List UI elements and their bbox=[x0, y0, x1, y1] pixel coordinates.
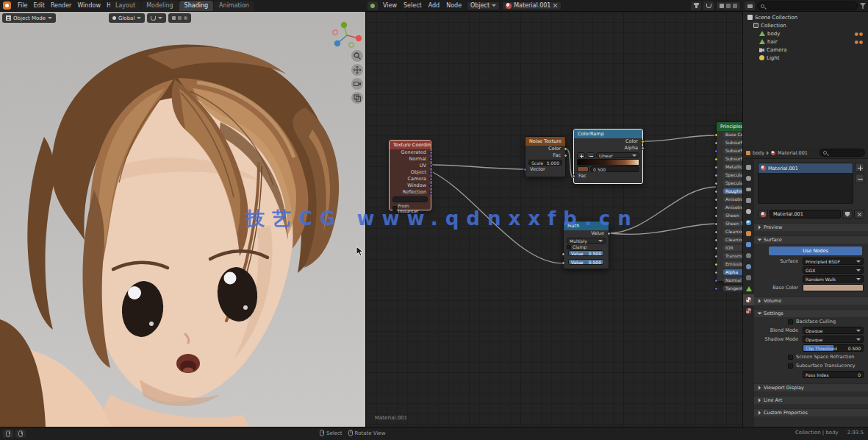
interpolation-dropdown[interactable]: Linear bbox=[596, 152, 639, 158]
panel-volume[interactable]: Volume bbox=[754, 297, 868, 305]
output-socket[interactable] bbox=[429, 157, 433, 161]
input-socket[interactable] bbox=[714, 190, 718, 194]
keymap-chip[interactable] bbox=[3, 430, 13, 438]
properties-tab-material[interactable] bbox=[743, 294, 754, 305]
node-principled-bsdf[interactable]: Principled BSDF Base Color Subsurface bbox=[716, 121, 742, 282]
overlays-toggle-group[interactable] bbox=[168, 13, 191, 23]
pass-index-field[interactable]: Pass Index 0 bbox=[803, 371, 864, 378]
properties-tab-scene[interactable] bbox=[743, 206, 754, 217]
shader-node-editor[interactable]: Texture Coordinate Generated Normal UV bbox=[365, 12, 742, 427]
input-socket[interactable] bbox=[714, 206, 718, 210]
zoom-button[interactable] bbox=[351, 50, 363, 62]
transform-orientation-dropdown[interactable]: Global bbox=[109, 13, 145, 23]
output-socket[interactable] bbox=[564, 147, 567, 151]
properties-tab-world[interactable] bbox=[743, 217, 754, 228]
panel-line-art[interactable]: Line Art bbox=[754, 396, 868, 404]
panel-surface[interactable]: Surface bbox=[754, 235, 868, 244]
topbar-menu-item[interactable]: Render bbox=[48, 1, 74, 10]
output-socket[interactable] bbox=[607, 232, 611, 235]
object-field[interactable] bbox=[392, 196, 428, 202]
pan-button[interactable] bbox=[351, 64, 363, 76]
input-socket[interactable] bbox=[714, 174, 718, 177]
input-field[interactable]: Anisotropic bbox=[723, 196, 742, 202]
remove-stop-button[interactable] bbox=[587, 152, 595, 158]
output-socket[interactable] bbox=[429, 151, 433, 155]
material-name-field[interactable]: Material.001 bbox=[770, 210, 841, 219]
properties-tab-object[interactable] bbox=[743, 228, 754, 239]
overlay-toggle-group[interactable] bbox=[716, 1, 741, 10]
checkbox[interactable] bbox=[788, 355, 793, 360]
input-field[interactable]: Alpha bbox=[723, 269, 742, 275]
pin-icon[interactable] bbox=[691, 1, 701, 10]
distribution-dropdown[interactable]: GGX bbox=[803, 266, 864, 274]
surface-shader-dropdown[interactable]: Principled BSDF bbox=[803, 258, 864, 265]
input-socket[interactable] bbox=[714, 166, 718, 169]
shader-type-dropdown[interactable]: Object bbox=[467, 1, 500, 10]
scale-field[interactable]: Scale 5.000 bbox=[528, 160, 562, 166]
properties-editor[interactable]: body Material.001 bbox=[743, 147, 868, 427]
material-slot-row[interactable]: Material.001 bbox=[758, 163, 853, 173]
shadow-mode-dropdown[interactable]: Opaque bbox=[803, 336, 864, 343]
input-socket[interactable] bbox=[714, 222, 718, 226]
subsurface-method-dropdown[interactable]: Random Walk bbox=[803, 275, 864, 283]
input-socket[interactable] bbox=[714, 141, 718, 145]
input-socket[interactable] bbox=[714, 230, 718, 234]
input-socket[interactable] bbox=[714, 287, 718, 291]
input-field[interactable]: Tangent bbox=[723, 285, 742, 291]
input-field[interactable]: Specular Tint bbox=[723, 180, 742, 186]
panel-viewport-display[interactable]: Viewport Display bbox=[754, 383, 868, 391]
outliner-editor-icon[interactable] bbox=[745, 1, 755, 10]
input-field[interactable]: Metallic bbox=[723, 164, 742, 170]
input-field[interactable]: Sheen Tint bbox=[723, 221, 742, 227]
navigation-gizmo[interactable] bbox=[329, 21, 365, 50]
input-socket[interactable] bbox=[714, 271, 718, 274]
output-socket[interactable] bbox=[429, 191, 433, 194]
properties-tab-particles[interactable] bbox=[743, 250, 754, 261]
clamp-row[interactable]: Clamp bbox=[564, 244, 609, 249]
properties-tab-texture[interactable] bbox=[743, 305, 754, 316]
outliner-search-input[interactable] bbox=[757, 1, 858, 10]
outliner-row[interactable]: Light bbox=[743, 54, 868, 62]
topbar-menu-item[interactable]: Edit bbox=[30, 1, 48, 10]
properties-search-input[interactable] bbox=[819, 149, 865, 157]
node-color-ramp[interactable]: ColorRamp Color Alpha bbox=[573, 129, 643, 184]
remove-slot-button[interactable] bbox=[855, 174, 864, 183]
properties-tab-physics[interactable] bbox=[743, 261, 754, 272]
input-socket[interactable] bbox=[714, 157, 718, 161]
node-title[interactable]: Noise Texture bbox=[526, 137, 565, 146]
add-stop-button[interactable] bbox=[577, 152, 585, 158]
input-field[interactable]: Normal bbox=[723, 277, 742, 283]
checkbox[interactable] bbox=[392, 206, 397, 210]
blender-logo-icon[interactable] bbox=[3, 1, 11, 10]
workspace-tab[interactable]: Layout bbox=[110, 1, 140, 11]
shader-editor-menu-item[interactable]: Select bbox=[401, 1, 425, 10]
panel-preview[interactable]: Preview bbox=[754, 223, 868, 231]
input-socket[interactable] bbox=[572, 174, 575, 178]
input-socket[interactable] bbox=[562, 252, 565, 256]
editor-type-icon[interactable] bbox=[367, 1, 378, 10]
clip-threshold-slider[interactable]: Clip Threshold 0.500 bbox=[803, 344, 864, 352]
output-socket[interactable] bbox=[429, 184, 433, 188]
input-socket[interactable] bbox=[714, 198, 718, 202]
stop-position-field[interactable]: 0.500 bbox=[590, 166, 639, 172]
stop-color-swatch[interactable] bbox=[577, 166, 589, 172]
operation-dropdown[interactable]: Multiply bbox=[567, 238, 606, 244]
base-color-swatch[interactable] bbox=[803, 284, 864, 291]
input-field[interactable]: Sheen bbox=[723, 213, 742, 219]
input-socket[interactable] bbox=[714, 149, 718, 153]
color-ramp-gradient[interactable] bbox=[577, 159, 639, 166]
input-socket[interactable] bbox=[714, 214, 718, 218]
keymap-chip[interactable] bbox=[15, 430, 26, 438]
input-socket[interactable] bbox=[714, 133, 718, 137]
browse-material-button[interactable] bbox=[758, 210, 768, 219]
properties-tab-tool[interactable] bbox=[743, 162, 754, 173]
properties-tab-render[interactable] bbox=[743, 173, 754, 184]
camera-view-button[interactable] bbox=[351, 78, 363, 90]
snapping-toggle[interactable] bbox=[147, 13, 166, 23]
outliner[interactable]: Scene Collection Collection body bbox=[743, 12, 868, 147]
input-field[interactable]: Transmission bbox=[723, 253, 742, 259]
node-title[interactable]: Principled BSDF bbox=[717, 122, 742, 131]
input-field[interactable]: Base Color bbox=[723, 132, 742, 138]
output-socket[interactable] bbox=[429, 171, 433, 174]
input-socket[interactable] bbox=[523, 168, 527, 171]
